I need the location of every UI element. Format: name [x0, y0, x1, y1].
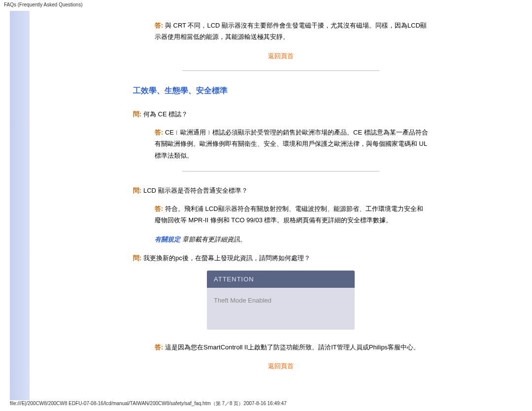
- question-ce-text: 何為 CE 標誌？: [141, 110, 188, 118]
- ce-answer: 答: CE﹝歐洲通用﹞標誌必須顯示於受管理的銷售於歐洲市場的產品。CE 標誌意為…: [155, 127, 429, 161]
- theft-answer-text: 這是因為您在SmartControll II上啟動了防盜功能所致。請洽IT管理人…: [163, 343, 420, 351]
- back-to-top-link[interactable]: 返回頁首: [133, 362, 429, 371]
- faq1-answer: 答: 與 CRT 不同，LCD 顯示器沒有主要部件會生發電磁干擾，尤其沒有磁場。…: [155, 20, 429, 43]
- theft-answer: 答: 這是因為您在SmartControll II上啟動了防盜功能所致。請洽IT…: [155, 342, 429, 353]
- answer-prefix: 答:: [155, 22, 163, 29]
- divider: [182, 70, 379, 71]
- safety-answer: 答: 符合。飛利浦 LCD顯示器符合有關放射控制、電磁波控制、能源節省、工作環境…: [155, 203, 429, 226]
- answer-prefix: 答:: [155, 129, 163, 136]
- question-ce: 問: 何為 CE 標誌？: [133, 110, 429, 119]
- question-safety: 問: LCD 顯示器是否符合普通安全標準？: [133, 186, 429, 195]
- answer-prefix: 答:: [155, 205, 163, 212]
- main-content: 答: 與 CRT 不同，LCD 顯示器沒有主要部件會生發電磁干擾，尤其沒有磁場。…: [133, 20, 429, 379]
- question-prefix: 問:: [133, 254, 141, 262]
- question-theft: 問: 我更換新的pc後，在螢幕上發現此資訊，請問將如何處理？: [133, 254, 429, 263]
- safety-answer-text: 符合。飛利浦 LCD顯示器符合有關放射控制、電磁波控制、能源節省、工作環境電力安…: [155, 205, 423, 224]
- answer-prefix: 答:: [155, 343, 163, 351]
- back-to-top-link[interactable]: 返回頁首: [133, 52, 429, 61]
- question-prefix: 問:: [133, 187, 141, 194]
- sidebar-decoration: [10, 11, 30, 400]
- regulation-link[interactable]: 有關規定: [155, 236, 180, 243]
- attention-body: Theft Mode Enabled: [207, 288, 355, 313]
- question-prefix: 問:: [133, 110, 141, 118]
- header-title: FAQs (Frequently Asked Questions): [0, 0, 532, 9]
- divider: [182, 171, 379, 171]
- attention-header: ATTENTION: [207, 271, 355, 288]
- faq1-answer-text: 與 CRT 不同，LCD 顯示器沒有主要部件會生發電磁干擾，尤其沒有磁場。同樣，…: [155, 22, 427, 40]
- section-title: 工效學、生態學、安全標準: [133, 86, 429, 96]
- question-safety-text: LCD 顯示器是否符合普通安全標準？: [141, 187, 247, 194]
- ce-answer-text: CE﹝歐洲通用﹞標誌必須顯示於受管理的銷售於歐洲市場的產品。CE 標誌意為某一產…: [155, 129, 428, 159]
- regulation-info: 有關規定 章節載有更詳細資訊。: [155, 235, 429, 244]
- footer-path: file:///E|/200CW8/200CW8 EDFU-07-08-16/l…: [10, 400, 287, 407]
- question-theft-text: 我更換新的pc後，在螢幕上發現此資訊，請問將如何處理？: [141, 254, 310, 262]
- regulation-text: 章節載有更詳細資訊。: [180, 236, 246, 243]
- attention-dialog-image: ATTENTION Theft Mode Enabled: [207, 271, 355, 330]
